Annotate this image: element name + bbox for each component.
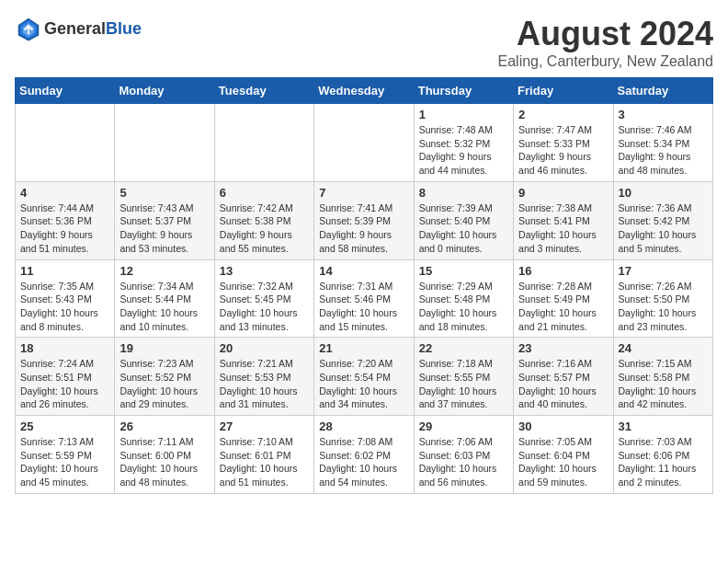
weekday-header-friday: Friday	[514, 78, 613, 104]
day-content: Sunrise: 7:03 AM Sunset: 6:06 PM Dayligh…	[619, 435, 708, 489]
calendar-cell: 21Sunrise: 7:20 AM Sunset: 5:54 PM Dayli…	[314, 338, 414, 416]
day-number: 3	[619, 108, 708, 121]
location-subtitle: Ealing, Canterbury, New Zealand	[498, 53, 714, 70]
calendar-cell	[16, 104, 115, 182]
day-content: Sunrise: 7:35 AM Sunset: 5:43 PM Dayligh…	[20, 280, 109, 334]
day-content: Sunrise: 7:13 AM Sunset: 5:59 PM Dayligh…	[20, 435, 109, 489]
logo-text-general: General	[44, 19, 106, 38]
day-content: Sunrise: 7:05 AM Sunset: 6:04 PM Dayligh…	[518, 435, 608, 489]
calendar-cell: 23Sunrise: 7:16 AM Sunset: 5:57 PM Dayli…	[514, 338, 613, 416]
logo-icon	[15, 15, 42, 42]
day-number: 19	[119, 341, 209, 355]
day-number: 20	[220, 341, 309, 355]
calendar-cell: 28Sunrise: 7:08 AM Sunset: 6:02 PM Dayli…	[314, 416, 414, 494]
day-number: 7	[319, 186, 408, 200]
day-number: 13	[220, 264, 309, 278]
day-number: 27	[220, 419, 309, 433]
day-number: 12	[119, 264, 209, 278]
calendar-cell: 9Sunrise: 7:38 AM Sunset: 5:41 PM Daylig…	[514, 181, 613, 259]
day-content: Sunrise: 7:28 AM Sunset: 5:49 PM Dayligh…	[518, 280, 608, 334]
day-content: Sunrise: 7:26 AM Sunset: 5:50 PM Dayligh…	[619, 280, 708, 334]
calendar-cell: 6Sunrise: 7:42 AM Sunset: 5:38 PM Daylig…	[214, 181, 313, 259]
day-number: 8	[419, 186, 508, 200]
weekday-header-wednesday: Wednesday	[314, 78, 414, 104]
week-row-5: 25Sunrise: 7:13 AM Sunset: 5:59 PM Dayli…	[16, 416, 713, 494]
day-content: Sunrise: 7:32 AM Sunset: 5:45 PM Dayligh…	[220, 280, 309, 334]
day-number: 22	[419, 341, 508, 355]
calendar-cell: 17Sunrise: 7:26 AM Sunset: 5:50 PM Dayli…	[613, 259, 712, 338]
day-number: 24	[619, 341, 708, 355]
calendar-cell	[314, 104, 414, 182]
day-content: Sunrise: 7:11 AM Sunset: 6:00 PM Dayligh…	[119, 435, 209, 489]
title-area: August 2024 Ealing, Canterbury, New Zeal…	[498, 15, 714, 70]
calendar-cell: 30Sunrise: 7:05 AM Sunset: 6:04 PM Dayli…	[514, 416, 613, 494]
calendar-cell: 16Sunrise: 7:28 AM Sunset: 5:49 PM Dayli…	[514, 259, 613, 338]
day-number: 28	[319, 419, 408, 433]
calendar-cell: 7Sunrise: 7:41 AM Sunset: 5:39 PM Daylig…	[314, 181, 414, 259]
weekday-header-saturday: Saturday	[613, 78, 712, 104]
calendar-cell: 12Sunrise: 7:34 AM Sunset: 5:44 PM Dayli…	[115, 259, 214, 338]
calendar-cell: 10Sunrise: 7:36 AM Sunset: 5:42 PM Dayli…	[613, 181, 712, 259]
weekday-header-monday: Monday	[115, 78, 214, 104]
day-number: 17	[619, 264, 708, 278]
day-number: 25	[20, 419, 109, 433]
calendar-cell	[115, 104, 214, 182]
calendar-cell: 4Sunrise: 7:44 AM Sunset: 5:36 PM Daylig…	[16, 181, 115, 259]
calendar-cell: 1Sunrise: 7:48 AM Sunset: 5:32 PM Daylig…	[414, 104, 513, 182]
week-row-2: 4Sunrise: 7:44 AM Sunset: 5:36 PM Daylig…	[16, 181, 713, 259]
calendar-cell: 20Sunrise: 7:21 AM Sunset: 5:53 PM Dayli…	[214, 338, 313, 416]
day-content: Sunrise: 7:39 AM Sunset: 5:40 PM Dayligh…	[419, 201, 508, 256]
page-header: GeneralBlue August 2024 Ealing, Canterbu…	[15, 15, 713, 70]
week-row-4: 18Sunrise: 7:24 AM Sunset: 5:51 PM Dayli…	[16, 338, 713, 416]
calendar-cell: 2Sunrise: 7:47 AM Sunset: 5:33 PM Daylig…	[514, 104, 613, 182]
calendar-cell: 5Sunrise: 7:43 AM Sunset: 5:37 PM Daylig…	[115, 181, 214, 259]
weekday-header-sunday: Sunday	[16, 78, 115, 104]
day-number: 26	[119, 419, 209, 433]
day-content: Sunrise: 7:34 AM Sunset: 5:44 PM Dayligh…	[119, 280, 209, 334]
day-number: 29	[419, 419, 508, 433]
day-content: Sunrise: 7:43 AM Sunset: 5:37 PM Dayligh…	[119, 201, 209, 256]
day-content: Sunrise: 7:08 AM Sunset: 6:02 PM Dayligh…	[319, 435, 408, 489]
day-number: 16	[518, 264, 608, 278]
day-content: Sunrise: 7:18 AM Sunset: 5:55 PM Dayligh…	[419, 357, 508, 411]
calendar-cell: 31Sunrise: 7:03 AM Sunset: 6:06 PM Dayli…	[613, 416, 712, 494]
calendar-cell	[214, 104, 313, 182]
day-content: Sunrise: 7:44 AM Sunset: 5:36 PM Dayligh…	[20, 201, 109, 256]
calendar-cell: 25Sunrise: 7:13 AM Sunset: 5:59 PM Dayli…	[16, 416, 115, 494]
day-number: 30	[518, 419, 608, 433]
calendar-cell: 13Sunrise: 7:32 AM Sunset: 5:45 PM Dayli…	[214, 259, 313, 338]
calendar-cell: 24Sunrise: 7:15 AM Sunset: 5:58 PM Dayli…	[613, 338, 712, 416]
day-number: 10	[619, 186, 708, 200]
day-content: Sunrise: 7:41 AM Sunset: 5:39 PM Dayligh…	[319, 201, 408, 256]
day-number: 14	[319, 264, 408, 278]
day-content: Sunrise: 7:46 AM Sunset: 5:34 PM Dayligh…	[619, 123, 708, 178]
day-number: 5	[119, 186, 209, 200]
day-number: 6	[220, 186, 309, 200]
day-number: 21	[319, 341, 408, 355]
day-content: Sunrise: 7:23 AM Sunset: 5:52 PM Dayligh…	[119, 357, 209, 411]
day-number: 9	[518, 186, 608, 200]
calendar-cell: 14Sunrise: 7:31 AM Sunset: 5:46 PM Dayli…	[314, 259, 414, 338]
logo-text-blue: Blue	[106, 19, 142, 38]
calendar-cell: 3Sunrise: 7:46 AM Sunset: 5:34 PM Daylig…	[613, 104, 712, 182]
day-content: Sunrise: 7:15 AM Sunset: 5:58 PM Dayligh…	[619, 357, 708, 411]
day-number: 1	[419, 108, 508, 121]
day-number: 31	[619, 419, 708, 433]
month-year-title: August 2024	[498, 15, 714, 53]
calendar-cell: 15Sunrise: 7:29 AM Sunset: 5:48 PM Dayli…	[414, 259, 513, 338]
logo: GeneralBlue	[15, 15, 142, 42]
day-number: 2	[518, 108, 608, 121]
calendar-cell: 18Sunrise: 7:24 AM Sunset: 5:51 PM Dayli…	[16, 338, 115, 416]
weekday-header-row: SundayMondayTuesdayWednesdayThursdayFrid…	[16, 78, 713, 104]
day-content: Sunrise: 7:06 AM Sunset: 6:03 PM Dayligh…	[419, 435, 508, 489]
day-number: 15	[419, 264, 508, 278]
day-content: Sunrise: 7:38 AM Sunset: 5:41 PM Dayligh…	[518, 201, 608, 256]
week-row-1: 1Sunrise: 7:48 AM Sunset: 5:32 PM Daylig…	[16, 104, 713, 182]
calendar-cell: 26Sunrise: 7:11 AM Sunset: 6:00 PM Dayli…	[115, 416, 214, 494]
weekday-header-tuesday: Tuesday	[214, 78, 313, 104]
day-content: Sunrise: 7:20 AM Sunset: 5:54 PM Dayligh…	[319, 357, 408, 411]
calendar-cell: 11Sunrise: 7:35 AM Sunset: 5:43 PM Dayli…	[16, 259, 115, 338]
day-content: Sunrise: 7:42 AM Sunset: 5:38 PM Dayligh…	[220, 201, 309, 256]
day-content: Sunrise: 7:31 AM Sunset: 5:46 PM Dayligh…	[319, 280, 408, 334]
day-number: 4	[20, 186, 109, 200]
